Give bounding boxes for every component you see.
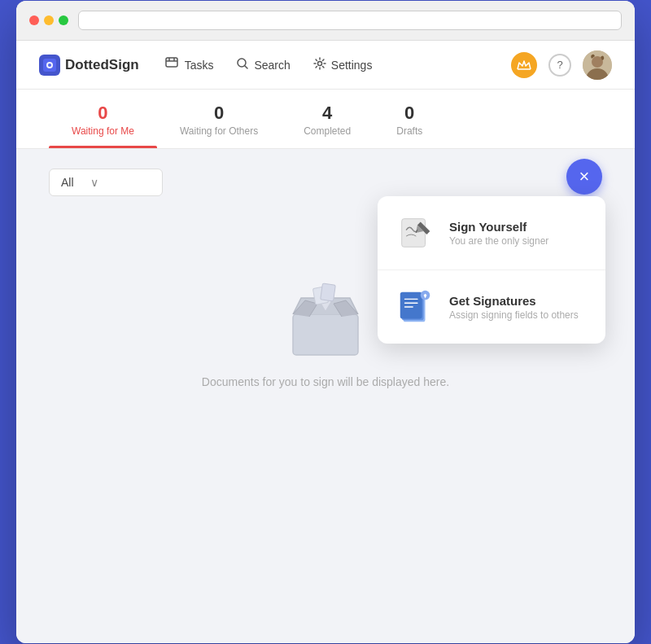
- tab-drafts[interactable]: 0 Drafts: [374, 90, 445, 148]
- url-bar[interactable]: [78, 11, 622, 30]
- svg-rect-8: [402, 219, 426, 248]
- get-signatures-subtitle: Assign signing fields to others: [449, 309, 579, 321]
- main-area: ×: [16, 149, 635, 457]
- waiting-others-label: Waiting for Others: [180, 125, 258, 137]
- nav-search[interactable]: Search: [236, 57, 290, 73]
- top-nav: DottedSign Tasks: [16, 41, 635, 90]
- logo-icon: [39, 55, 60, 76]
- browser-chrome: [16, 1, 635, 41]
- tasks-icon: [165, 57, 180, 73]
- help-button[interactable]: ?: [548, 54, 571, 77]
- svg-point-2: [48, 64, 51, 67]
- search-label: Search: [254, 59, 290, 72]
- svg-rect-11: [400, 292, 422, 319]
- chevron-down-icon: ∨: [90, 176, 98, 189]
- tab-completed[interactable]: 4 Completed: [281, 90, 374, 148]
- crown-badge[interactable]: [511, 52, 537, 78]
- sign-yourself-subtitle: You are the only signer: [449, 235, 548, 247]
- avatar[interactable]: [583, 50, 612, 80]
- svg-rect-15: [321, 283, 336, 301]
- tab-waiting-me[interactable]: 0 Waiting for Me: [49, 90, 157, 148]
- tasks-label: Tasks: [185, 59, 214, 72]
- filter-value: All: [61, 176, 74, 189]
- maximize-dot[interactable]: [59, 15, 68, 25]
- get-signatures-text: Get Signatures Assign signing fields to …: [449, 294, 579, 321]
- nav-right: ?: [511, 50, 612, 80]
- menu-item-get-signatures[interactable]: Get Signatures Assign signing fields to …: [378, 270, 605, 344]
- fab-button[interactable]: ×: [566, 159, 602, 195]
- svg-rect-13: [293, 314, 358, 355]
- drafts-label: Drafts: [396, 125, 422, 137]
- browser-window: DottedSign Tasks: [16, 1, 635, 643]
- completed-label: Completed: [304, 125, 351, 137]
- filter-row: All ∨: [49, 169, 602, 196]
- menu-item-sign-yourself[interactable]: Sign Yourself You are the only signer: [378, 196, 605, 270]
- action-menu: Sign Yourself You are the only signer: [378, 196, 605, 344]
- settings-label: Settings: [331, 59, 373, 72]
- waiting-me-label: Waiting for Me: [72, 125, 134, 137]
- tabs-section: 0 Waiting for Me 0 Waiting for Others 4 …: [16, 90, 635, 149]
- logo-text: DottedSign: [65, 57, 139, 73]
- filter-select[interactable]: All ∨: [49, 169, 163, 196]
- get-signatures-icon: [395, 287, 436, 327]
- settings-icon: [313, 57, 326, 73]
- completed-count: 4: [304, 104, 351, 122]
- search-icon: [236, 57, 249, 73]
- waiting-others-count: 0: [180, 104, 258, 122]
- logo: DottedSign: [39, 55, 139, 76]
- svg-point-5: [317, 61, 321, 65]
- nav-settings[interactable]: Settings: [313, 57, 373, 73]
- nav-tasks[interactable]: Tasks: [165, 57, 214, 73]
- app-content: DottedSign Tasks: [16, 41, 635, 643]
- sign-yourself-text: Sign Yourself You are the only signer: [449, 220, 548, 247]
- drafts-count: 0: [396, 104, 422, 122]
- window-controls: [29, 15, 68, 25]
- empty-text: Documents for you to sign will be displa…: [202, 375, 449, 388]
- sign-yourself-icon: [395, 212, 436, 253]
- tab-waiting-others[interactable]: 0 Waiting for Others: [157, 90, 281, 148]
- empty-box-icon: [277, 278, 374, 359]
- get-signatures-title: Get Signatures: [449, 294, 579, 308]
- sign-yourself-title: Sign Yourself: [449, 220, 548, 234]
- minimize-dot[interactable]: [44, 15, 54, 25]
- svg-rect-3: [166, 58, 177, 67]
- tabs-list: 0 Waiting for Me 0 Waiting for Others 4 …: [49, 90, 602, 148]
- waiting-me-count: 0: [72, 104, 134, 122]
- nav-items: Tasks Search: [165, 57, 511, 73]
- close-dot[interactable]: [29, 15, 39, 25]
